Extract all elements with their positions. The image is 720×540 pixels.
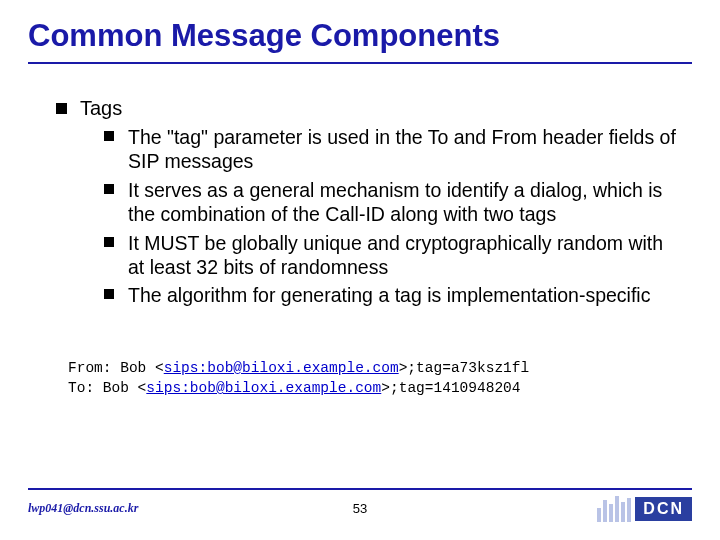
bullet-level2: It MUST be globally unique and cryptogra…	[104, 231, 676, 280]
slide-title: Common Message Components	[28, 18, 500, 54]
to-uri-link[interactable]: sips:bob@biloxi.example.com	[146, 380, 381, 396]
footer-rule	[28, 488, 692, 490]
bullet-level1-label: Tags	[80, 97, 122, 119]
bullet-level2: It serves as a general mechanism to iden…	[104, 178, 676, 227]
title-rule	[28, 62, 692, 64]
square-bullet-icon	[56, 103, 67, 114]
bullet-text: The algorithm for generating a tag is im…	[128, 284, 650, 306]
bullet-text: It serves as a general mechanism to iden…	[128, 179, 662, 225]
square-bullet-icon	[104, 184, 114, 194]
bullet-level2: The algorithm for generating a tag is im…	[104, 283, 676, 307]
bullet-text: The "tag" parameter is used in the To an…	[128, 126, 676, 172]
from-tail: >;tag=a73ksz1fl	[399, 360, 530, 376]
code-example: From: Bob <sips:bob@biloxi.example.com>;…	[68, 358, 529, 399]
square-bullet-icon	[104, 289, 114, 299]
slide-body: Tags The "tag" parameter is used in the …	[56, 96, 676, 314]
to-tail: >;tag=1410948204	[381, 380, 520, 396]
logo-bars-icon	[597, 496, 631, 522]
footer-logo: DCN	[597, 496, 692, 522]
from-uri-link[interactable]: sips:bob@biloxi.example.com	[164, 360, 399, 376]
bullet-level1: Tags The "tag" parameter is used in the …	[56, 96, 676, 308]
slide: Common Message Components Tags The "tag"…	[0, 0, 720, 540]
to-label: To: Bob <	[68, 380, 146, 396]
footer-email: lwp041@dcn.ssu.ac.kr	[28, 501, 138, 516]
logo-text: DCN	[635, 497, 692, 521]
square-bullet-icon	[104, 131, 114, 141]
from-label: From: Bob <	[68, 360, 164, 376]
bullet-text: It MUST be globally unique and cryptogra…	[128, 232, 663, 278]
bullet-level2: The "tag" parameter is used in the To an…	[104, 125, 676, 174]
example-line-to: To: Bob <sips:bob@biloxi.example.com>;ta…	[68, 378, 529, 398]
bullet-level2-list: The "tag" parameter is used in the To an…	[80, 125, 676, 308]
square-bullet-icon	[104, 237, 114, 247]
example-line-from: From: Bob <sips:bob@biloxi.example.com>;…	[68, 358, 529, 378]
footer-page-number: 53	[353, 501, 367, 516]
